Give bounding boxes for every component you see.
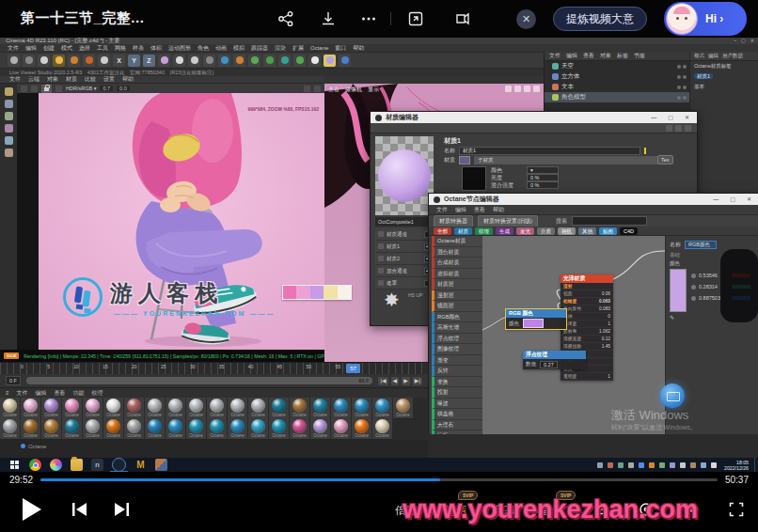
toolbar-icon[interactable]: [8, 55, 20, 67]
converter-settings-button[interactable]: 材质转换设置(旧版): [478, 215, 538, 227]
material-swatch[interactable]: Octane: [166, 418, 186, 440]
search-input[interactable]: [572, 216, 647, 226]
material-swatch[interactable]: Octane: [21, 418, 41, 440]
c4d-menu-item[interactable]: 模拟: [233, 44, 245, 53]
node-type-item[interactable]: 渐变: [432, 355, 482, 367]
tray-icon[interactable]: [690, 462, 696, 468]
node-param-row[interactable]: 各向异性0.083: [561, 305, 613, 313]
object-manager-menu-item[interactable]: 查看: [583, 52, 594, 60]
object-manager-menu-item[interactable]: 书签: [634, 52, 645, 60]
material-swatch[interactable]: Octane: [103, 418, 124, 440]
node-graph-canvas[interactable]: 光泽材质 漫射 镜面0.06 粗: [482, 236, 665, 435]
palette-swatch[interactable]: [310, 286, 324, 299]
material-swatch[interactable]: Octane: [83, 398, 103, 419]
tool-icon[interactable]: [5, 136, 13, 145]
viewport-menu-item[interactable]: 摄像机: [345, 86, 362, 94]
settings-icon[interactable]: [304, 86, 310, 92]
display-mode-select[interactable]: HDR/sRGB ▾: [66, 86, 96, 91]
visibility-dots[interactable]: [677, 65, 687, 69]
previous-button[interactable]: [71, 503, 90, 516]
c4d-menu-item[interactable]: 编辑: [25, 44, 37, 53]
material-name-input[interactable]: 材质1: [459, 147, 640, 155]
object-manager-menu-item[interactable]: 编辑: [566, 52, 577, 60]
inspector-color-swatch[interactable]: [670, 269, 687, 312]
material-swatch[interactable]: Octane: [331, 398, 352, 419]
node-param-row[interactable]: 折射率1.062: [561, 328, 613, 336]
exposure-field[interactable]: 0.7: [100, 86, 113, 91]
pan-icon[interactable]: [505, 86, 512, 92]
material-swatch[interactable]: Octane: [248, 398, 269, 419]
inspector-name-value[interactable]: RGB颜色: [685, 241, 717, 249]
color-box[interactable]: [462, 166, 486, 191]
toolbar-icon[interactable]: [98, 55, 110, 67]
material-channel-row[interactable]: 材质2: [375, 253, 434, 265]
next-button[interactable]: [111, 503, 130, 516]
float-texture-node[interactable]: 浮点纹理 数值 0.27: [523, 351, 586, 369]
node-param-row[interactable]: 镜面0.06: [561, 290, 613, 298]
material-swatch[interactable]: Octane: [83, 418, 103, 440]
tray-icon[interactable]: [659, 462, 665, 468]
live-viewer-menu-item[interactable]: 设置: [103, 75, 115, 84]
node-type-item[interactable]: 材质层: [432, 279, 482, 290]
visibility-dots[interactable]: [677, 96, 687, 100]
material-swatch[interactable]: Octane: [0, 398, 21, 419]
progress-bar[interactable]: [40, 478, 718, 481]
toolbar-icon[interactable]: Z: [143, 55, 155, 67]
node-editor-menu-item[interactable]: 编辑: [455, 206, 466, 214]
material-swatch[interactable]: Octane: [372, 418, 393, 440]
photos-icon[interactable]: [50, 459, 62, 471]
filter-chip[interactable]: 全部: [434, 227, 451, 235]
c4d-menu-item[interactable]: Octane: [310, 45, 328, 51]
material-prop-row[interactable]: 混合强度 0 %: [491, 181, 604, 189]
fullscreen-icon[interactable]: [728, 501, 745, 518]
maximize-icon[interactable]: [533, 86, 540, 92]
tool-icon[interactable]: [5, 87, 13, 96]
chrome-icon[interactable]: [29, 459, 41, 471]
gamma-field[interactable]: 0.0: [117, 86, 130, 91]
tray-icon[interactable]: [618, 462, 624, 468]
c4d-menu-item[interactable]: 体积: [150, 44, 162, 53]
material-swatch[interactable]: Octane: [393, 398, 414, 419]
toolbar-icon[interactable]: [23, 55, 35, 67]
live-viewer-menu-item[interactable]: 文件: [9, 75, 21, 84]
node-type-item[interactable]: 合成材质: [432, 258, 482, 269]
palette-swatch[interactable]: [338, 286, 351, 299]
node-type-item[interactable]: 漫射层: [432, 290, 482, 302]
node-param-row[interactable]: 薄膜宽度0.12: [561, 336, 613, 343]
window-buttons[interactable]: — ▢ ✕: [713, 196, 754, 204]
sub-material-select[interactable]: 子材质: [474, 156, 670, 164]
material-swatch[interactable]: Octane: [352, 418, 372, 440]
toolbar-icon[interactable]: [308, 55, 321, 67]
c4d-menu-item[interactable]: 样条: [133, 44, 144, 53]
c4d-menu-item[interactable]: 动画: [215, 44, 227, 53]
node-param-row[interactable]: 粗糙度0.063: [561, 298, 613, 305]
tray-icon[interactable]: [680, 462, 686, 468]
material-swatch[interactable]: Octane: [207, 398, 228, 419]
material-swatch[interactable]: Octane: [372, 398, 393, 419]
material-menu-item[interactable]: 纹理: [92, 389, 103, 398]
cast-icon[interactable]: [453, 10, 470, 27]
material-menu-item[interactable]: 功能: [73, 389, 85, 398]
material-menu-item[interactable]: 查看: [55, 389, 66, 398]
tool-icon[interactable]: [5, 149, 13, 157]
material-channel-row[interactable]: 材质1: [375, 241, 434, 253]
palette-swatch[interactable]: [324, 286, 337, 299]
material-menu-item[interactable]: 编辑: [36, 389, 47, 398]
notes-app-icon[interactable]: n: [91, 459, 103, 471]
tray-icon[interactable]: [608, 462, 613, 468]
toolbar-icon[interactable]: [233, 55, 245, 67]
material-swatch[interactable]: Octane: [0, 418, 21, 440]
filter-chip[interactable]: 其他: [578, 227, 596, 235]
pause-icon[interactable]: [31, 86, 38, 92]
node-type-item[interactable]: RGB颜色: [432, 312, 482, 323]
node-type-item[interactable]: 浮点纹理: [432, 334, 482, 345]
node-type-item[interactable]: 混合材质: [432, 247, 482, 258]
c4d-menu-item[interactable]: 模式: [61, 44, 72, 53]
live-viewer-menu-item[interactable]: 材质: [66, 75, 77, 84]
toolbar-icon[interactable]: [188, 55, 200, 67]
node-type-item[interactable]: 大理石: [432, 420, 482, 431]
object-row[interactable]: 立方体: [545, 71, 690, 82]
material-swatch[interactable]: Octane: [290, 418, 310, 440]
window-buttons[interactable]: — ▢ ✕: [651, 114, 692, 122]
live-viewer-menu-item[interactable]: 对象: [47, 75, 58, 84]
